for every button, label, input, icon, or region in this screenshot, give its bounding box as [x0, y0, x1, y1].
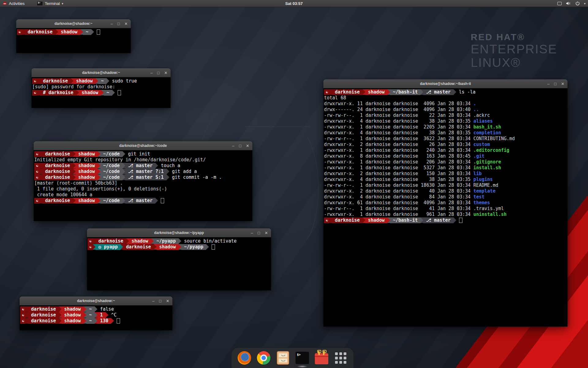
close-button[interactable]: ✕ [166, 299, 169, 303]
minimize-button[interactable]: – [251, 231, 253, 235]
terminal-text: custom [473, 142, 490, 147]
titlebar[interactable]: darknoise@shadow:~/pyapp – □ ✕ [87, 228, 271, 237]
maximize-button[interactable]: □ [159, 299, 161, 303]
terminal-line: Initialized empty Git repository in /hom… [34, 157, 252, 163]
close-button[interactable]: ✕ [265, 231, 268, 235]
prompt-segment-u: darknoise [40, 78, 70, 84]
dock-item-chrome[interactable] [257, 351, 271, 365]
maximize-button[interactable]: □ [157, 71, 160, 75]
terminal-text: drwx------. 24 darknoise darknoise 4096 … [324, 107, 473, 112]
dock-item-toolbox[interactable] [315, 351, 329, 365]
dock-item-app-grid[interactable] [334, 351, 348, 365]
terminal-cursor [459, 218, 462, 223]
terminal-content[interactable]: ☯darknoiseshadow~ false☯darknoiseshadow~… [20, 305, 172, 330]
prompt-segment-h: shadow [74, 78, 96, 84]
terminal-text: README.md [473, 182, 498, 188]
titlebar[interactable]: darknoise@shadow:~ – □ ✕ [20, 297, 172, 305]
terminal-text: CONTRIBUTING.md [473, 136, 515, 141]
powerline-arrow-icon [179, 238, 181, 244]
prompt-segment-u: darknoise [332, 217, 362, 223]
dash-dock: $> [231, 347, 354, 368]
window-title: darknoise@shadow:~/bash-it [420, 82, 471, 86]
terminal-content[interactable]: ☯darknoiseshadow~/bash-it⎇ master ls -la… [323, 88, 567, 327]
powerline-arrow-icon [59, 312, 62, 318]
rhel-logo-line: LINUX® [471, 56, 557, 69]
powerline-arrow-icon [25, 312, 28, 318]
dock-item-files[interactable] [276, 351, 290, 365]
power-icon[interactable] [575, 1, 580, 6]
rhel-logo: RED HAT® ENTERPRISE LINUX® [471, 32, 557, 69]
minimize-button[interactable]: – [547, 82, 549, 86]
window-title: darknoise@shadow:~ [55, 21, 92, 26]
maximize-button[interactable]: □ [117, 21, 120, 26]
close-button[interactable]: ✕ [561, 82, 564, 86]
prompt-segment-p: ~ [83, 29, 91, 35]
prompt-segment-p: ~/code [100, 174, 123, 180]
terminal-content[interactable]: ☯darknoiseshadow~ [16, 28, 131, 53]
prompt-segment-gl: ☯ [324, 217, 329, 223]
activities-button[interactable]: Activities [2, 1, 24, 6]
window-title: darknoise@shadow:~/pyapp [154, 231, 204, 235]
terminal-cursor [117, 318, 120, 324]
prompt-segment-h: shadow [62, 306, 84, 312]
minimize-button[interactable]: – [152, 299, 154, 303]
prompt-segment-gl: ☯ [324, 89, 329, 95]
close-button[interactable]: ✕ [246, 144, 249, 148]
powerline-arrow-icon [155, 198, 158, 203]
terminal-line: ☯darknoiseshadow~ false [20, 306, 172, 312]
titlebar[interactable]: darknoise@shadow:~ – □ ✕ [16, 19, 131, 28]
dock-item-terminal[interactable]: $> [295, 351, 309, 365]
dock-item-firefox[interactable] [237, 351, 251, 365]
terminal-content[interactable]: ☯darknoiseshadow~ sudo true[sudo] passwo… [32, 77, 171, 108]
chevron-down-icon[interactable]: ▾ [584, 2, 586, 5]
terminal-text: ^C [108, 312, 117, 318]
close-button[interactable]: ✕ [124, 21, 128, 26]
terminal-line: [master (root-commit) 50bcb63] . [34, 180, 252, 186]
maximize-button[interactable]: □ [239, 144, 241, 148]
terminal-line: ☯darknoiseshadow~1 ^C [20, 312, 172, 318]
terminal-line: total 68 [324, 95, 567, 101]
prompt-segment-h: shadow [365, 89, 387, 95]
maximize-button[interactable]: □ [554, 82, 556, 86]
terminal-line: drwxrwxr-x. 4 darknoise darknoise 38 Jan… [324, 130, 567, 136]
powerline-arrow-icon [106, 312, 108, 318]
terminal-text: -rwxrwxr-x. 1 darknoise darknoise 5327 J… [324, 165, 473, 171]
terminal-text: .. [473, 107, 479, 112]
red-hat-icon [2, 2, 7, 5]
terminal-line: ☯darknoiseshadow~130 [20, 318, 172, 324]
terminal-text: aliases [473, 118, 493, 124]
prompt-segment-p: ~ [86, 306, 95, 312]
volume-icon[interactable] [566, 1, 571, 6]
powerline-arrow-icon [167, 169, 169, 174]
clock[interactable]: Sat 03:57 [285, 1, 303, 6]
terminal-line: -rwxrwxr-x. 1 darknoise darknoise 5327 J… [324, 165, 567, 171]
minimize-button[interactable]: – [150, 71, 153, 75]
terminal-line: drwxrwxr-x. 2 darknoise darknoise 40 Jan… [324, 188, 567, 194]
titlebar[interactable]: darknoise@shadow:~/code – □ ✕ [34, 141, 252, 150]
minimize-button[interactable]: – [232, 144, 234, 148]
minimize-button[interactable]: – [111, 21, 113, 26]
titlebar[interactable]: darknoise@shadow:~/bash-it – □ ✕ [323, 79, 567, 88]
terminal-text: total 68 [324, 95, 346, 101]
titlebar[interactable]: darknoise@shadow:~ – □ ✕ [32, 68, 171, 77]
powerline-arrow-icon [123, 169, 125, 174]
maximize-button[interactable]: □ [258, 231, 260, 235]
powerline-arrow-icon [329, 89, 332, 95]
terminal-text: -rw-rw-r--. 1 darknoise darknoise 3622 J… [324, 136, 473, 141]
prompt-segment-g: ⎇ master [423, 89, 454, 95]
terminal-content[interactable]: ☯darknoiseshadow~/code git initInitializ… [34, 150, 252, 221]
prompt-segment-gl: ☯ [32, 90, 37, 96]
powerline-arrow-icon [40, 163, 42, 168]
prompt-segment-h: shadow [156, 244, 179, 250]
prompt-segment-u: darknoise [42, 198, 73, 204]
terminal-content[interactable]: ☯darknoiseshadow~/pyapp source bin/activ… [87, 237, 271, 290]
terminal-text: 1 file changed, 0 insertions(+), 0 delet… [34, 186, 167, 192]
powerline-arrow-icon [98, 163, 100, 168]
terminal-text: drwxrwxr-x. 8 darknoise darknoise 163 Ja… [324, 153, 473, 159]
app-menu-terminal[interactable]: $> Terminal ▾ [34, 0, 66, 7]
powerline-arrow-icon [40, 151, 42, 157]
close-button[interactable]: ✕ [164, 71, 168, 75]
terminal-text: [sudo] password for darknoise: [32, 84, 115, 90]
prompt-segment-u: darknoise [96, 238, 126, 244]
window-indicator-icon[interactable] [557, 2, 562, 5]
